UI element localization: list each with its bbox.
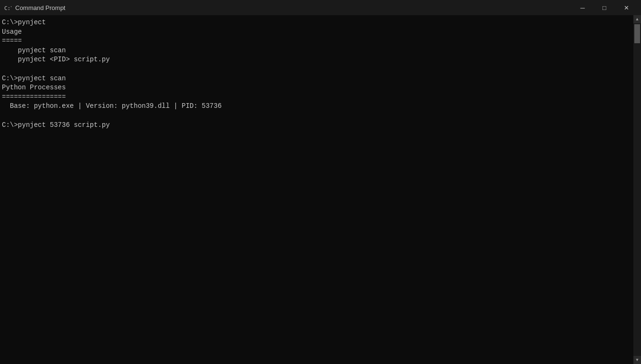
terminal-output-line xyxy=(2,111,631,121)
scrollbar-track[interactable] xyxy=(633,23,641,356)
terminal-content[interactable]: C:\>pynjectUsage===== pynject scan pynje… xyxy=(0,15,633,364)
terminal-output-line: pynject <PID> script.py xyxy=(2,55,631,65)
terminal-prompt-line: C:\>pynject xyxy=(2,18,631,28)
terminal-output-line xyxy=(2,65,631,74)
minimize-button[interactable]: ─ xyxy=(572,0,593,15)
terminal-prompt-line: C:\>pynject scan xyxy=(2,74,631,84)
terminal-output-line: Usage xyxy=(2,28,631,37)
scrollbar-up-arrow[interactable]: ▲ xyxy=(633,15,641,23)
window: C:\ Command Prompt ─ □ ✕ C:\>pynjectUsag… xyxy=(0,0,641,364)
terminal-prompt-line: C:\>pynject 53736 script.py xyxy=(2,121,631,130)
title-bar-controls: ─ □ ✕ xyxy=(572,0,637,15)
window-body: C:\>pynjectUsage===== pynject scan pynje… xyxy=(0,15,641,364)
terminal-output-line: Base: python.exe | Version: python39.dll… xyxy=(2,102,631,111)
scrollbar-thumb[interactable] xyxy=(634,24,640,43)
window-title: Command Prompt xyxy=(15,4,65,11)
title-bar-left: C:\ Command Prompt xyxy=(4,4,65,11)
terminal-output-line: ===== xyxy=(2,37,631,46)
title-bar: C:\ Command Prompt ─ □ ✕ xyxy=(0,0,641,15)
scrollbar-down-arrow[interactable]: ▼ xyxy=(633,356,641,364)
scrollbar[interactable]: ▲ ▼ xyxy=(633,15,641,364)
svg-text:C:\: C:\ xyxy=(4,5,11,11)
maximize-button[interactable]: □ xyxy=(593,0,615,15)
terminal-output-line: Python Processes xyxy=(2,83,631,93)
terminal-output-line: ================ xyxy=(2,93,631,102)
terminal-output-line: pynject scan xyxy=(2,46,631,56)
cmd-icon: C:\ xyxy=(4,4,11,11)
close-button[interactable]: ✕ xyxy=(615,0,637,15)
